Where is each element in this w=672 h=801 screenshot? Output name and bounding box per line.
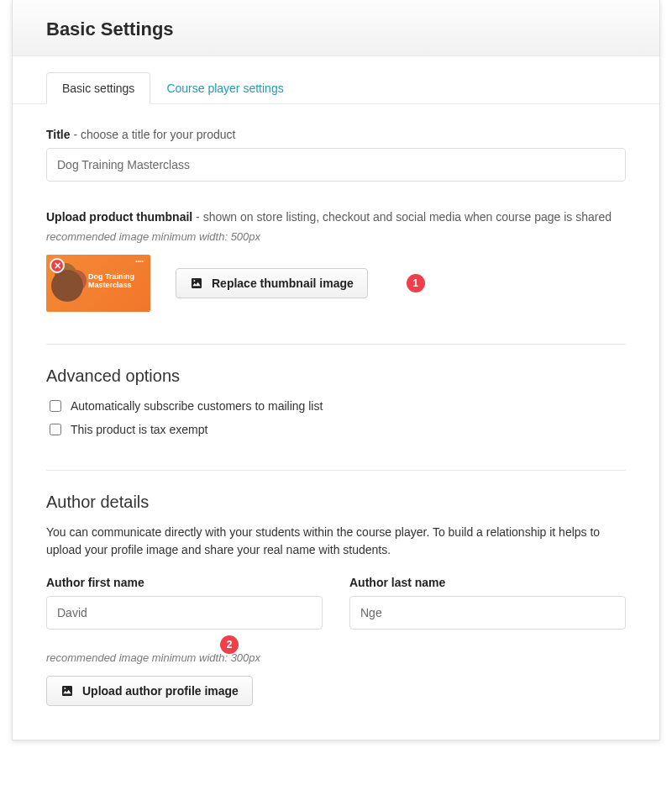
tax-exempt-checkbox[interactable]	[50, 424, 61, 435]
thumbnail-preview-title: Dog Training Masterclass	[88, 273, 145, 290]
tab-basic-settings[interactable]: Basic settings	[46, 72, 150, 104]
author-heading: Author details	[46, 493, 626, 512]
title-label: Title - choose a title for your product	[46, 128, 626, 141]
tab-course-player-settings[interactable]: Course player settings	[150, 72, 299, 104]
title-label-strong: Title	[46, 128, 71, 141]
thumbnail-art-icon	[51, 270, 83, 302]
thumbnail-label-strong: Upload product thumbnail	[46, 210, 192, 224]
replace-thumbnail-button[interactable]: Replace thumbnail image	[176, 268, 368, 298]
author-last-input[interactable]	[349, 596, 626, 630]
title-label-hint: - choose a title for your product	[71, 128, 236, 141]
page-header: Basic Settings	[13, 0, 659, 56]
tax-exempt-option[interactable]: This product is tax exempt	[46, 421, 626, 438]
image-icon	[60, 684, 74, 698]
tax-exempt-label: This product is tax exempt	[71, 423, 207, 436]
thumbnail-label-hint: - shown on store listing, checkout and s…	[192, 210, 612, 224]
author-desc: You can communicate directly with your s…	[46, 524, 626, 559]
tabs-row: Basic settings Course player settings	[13, 71, 659, 104]
annotation-2: 2	[220, 635, 239, 654]
content: Title - choose a title for your product …	[13, 104, 659, 740]
remove-thumbnail-button[interactable]: ✕	[50, 258, 65, 273]
upload-author-image-button[interactable]: Upload author profile image	[46, 676, 253, 706]
divider	[46, 470, 626, 471]
annotation-1: 1	[407, 274, 425, 292]
thumbnail-reco: recommended image minimum width: 500px	[46, 230, 626, 243]
replace-thumbnail-label: Replace thumbnail image	[212, 277, 354, 290]
subscribe-label: Automatically subscribe customers to mai…	[71, 399, 323, 413]
author-last-label: Author last name	[349, 576, 626, 589]
author-image-reco: recommended image minimum width: 300px	[46, 651, 626, 664]
title-input[interactable]	[46, 148, 626, 182]
thumbnail-preview: •••• Dog Training Masterclass ✕	[46, 255, 150, 312]
subscribe-option[interactable]: Automatically subscribe customers to mai…	[46, 398, 626, 414]
author-first-input[interactable]	[46, 596, 323, 630]
thumbnail-label: Upload product thumbnail - shown on stor…	[46, 210, 626, 224]
subscribe-checkbox[interactable]	[50, 400, 61, 412]
thumbnail-brand: ••••	[135, 258, 144, 264]
advanced-heading: Advanced options	[46, 366, 626, 386]
author-first-label: Author first name	[46, 576, 323, 589]
upload-author-image-label: Upload author profile image	[82, 684, 239, 698]
page-title: Basic Settings	[46, 18, 626, 40]
close-icon: ✕	[54, 261, 61, 271]
divider	[46, 344, 626, 345]
image-icon	[190, 277, 203, 290]
